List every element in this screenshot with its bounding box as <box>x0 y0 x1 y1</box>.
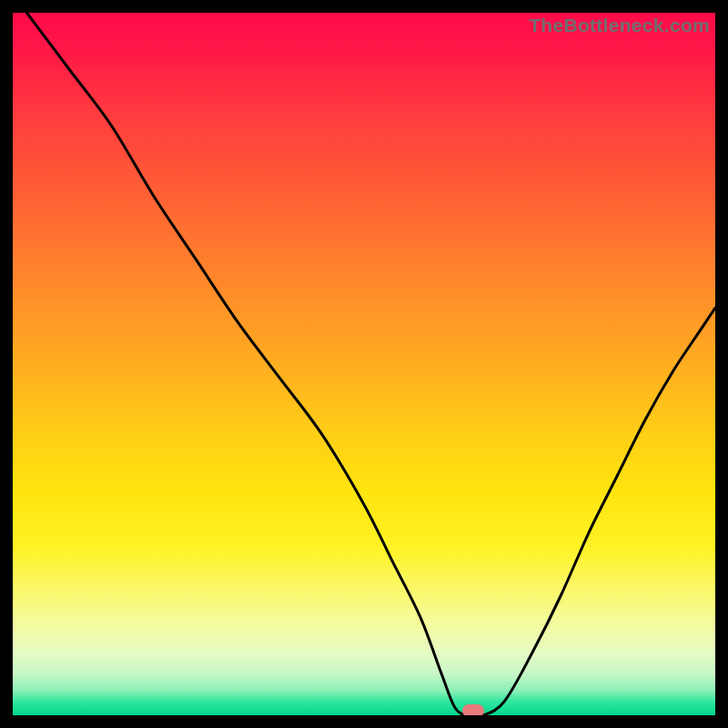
optimal-marker <box>462 704 484 715</box>
curve-svg <box>13 13 715 715</box>
chart-frame: TheBottleneck.com <box>0 0 728 728</box>
watermark: TheBottleneck.com <box>529 15 710 36</box>
plot-area: TheBottleneck.com <box>13 13 715 715</box>
bottleneck-curve <box>26 13 715 715</box>
